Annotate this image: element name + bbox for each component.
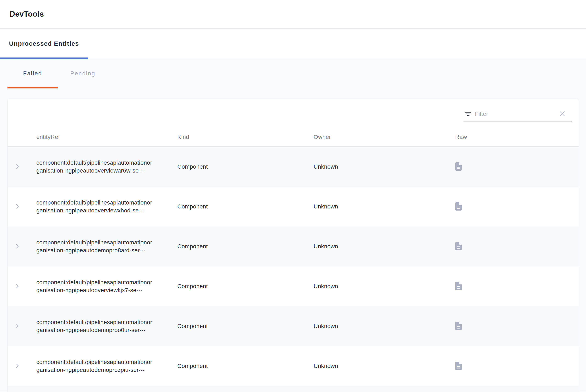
kind-cell: Component [177, 363, 314, 369]
failed-tab-label: Failed [23, 70, 42, 77]
filter-input[interactable] [475, 111, 559, 117]
entity-ref-text: component:default/pipelinesapiautomation… [36, 159, 155, 174]
spacer [0, 88, 586, 98]
kind-cell: Component [177, 164, 314, 170]
entity-ref-text: component:default/pipelinesapiautomation… [36, 318, 155, 334]
table-row: component:default/pipelinesapiautomation… [8, 266, 579, 306]
expand-row-button[interactable] [14, 203, 20, 210]
raw-document-button[interactable] [455, 242, 462, 251]
column-header-kind: Kind [177, 134, 314, 140]
owner-cell: Unknown [314, 283, 453, 290]
kind-cell: Component [177, 323, 314, 330]
chevron-right-icon [14, 203, 20, 210]
document-icon [455, 362, 462, 371]
tab-unprocessed-entities[interactable]: Unprocessed Entities [0, 29, 88, 58]
chevron-right-icon [14, 323, 20, 330]
expand-row-button[interactable] [14, 283, 20, 290]
table-row: component:default/pipelinesapiautomation… [8, 346, 579, 386]
main-tab-label: Unprocessed Entities [9, 40, 79, 47]
filter-field [464, 107, 572, 122]
main-tab-bar: Unprocessed Entities [0, 29, 586, 58]
clear-filter-button[interactable] [559, 110, 566, 118]
status-tab-bar: Failed Pending [0, 58, 586, 88]
expand-row-button[interactable] [14, 362, 20, 370]
owner-cell: Unknown [314, 164, 453, 170]
expand-row-button[interactable] [14, 323, 20, 330]
kind-cell: Component [177, 203, 314, 210]
column-header-entityref: entityRef [36, 134, 177, 140]
document-icon [455, 242, 462, 251]
table-row-partial [8, 386, 579, 392]
document-icon [455, 322, 462, 331]
tab-failed[interactable]: Failed [8, 58, 58, 88]
entity-ref-text: component:default/pipelinesapiautomation… [36, 238, 155, 254]
content-area: Failed Pending [0, 58, 586, 392]
table-row: component:default/pipelinesapiautomation… [8, 187, 579, 226]
kind-cell: Component [177, 243, 314, 250]
owner-cell: Unknown [314, 323, 453, 330]
table-header-row: entityRef Kind Owner Raw [8, 128, 579, 147]
expand-row-button[interactable] [14, 243, 20, 250]
pending-tab-label: Pending [70, 70, 95, 77]
chevron-right-icon [14, 362, 20, 370]
raw-document-button[interactable] [455, 202, 462, 211]
chevron-right-icon [14, 163, 20, 170]
chevron-right-icon [14, 283, 20, 290]
table-row: component:default/pipelinesapiautomation… [8, 147, 579, 187]
app-header: DevTools [0, 0, 586, 29]
tab-pending[interactable]: Pending [58, 58, 108, 88]
entity-ref-text: component:default/pipelinesapiautomation… [36, 199, 155, 214]
column-header-owner: Owner [314, 134, 453, 140]
kind-cell: Component [177, 283, 314, 290]
entity-ref-text: component:default/pipelinesapiautomation… [36, 358, 155, 374]
table-row: component:default/pipelinesapiautomation… [8, 226, 579, 266]
owner-cell: Unknown [314, 363, 453, 369]
owner-cell: Unknown [314, 243, 453, 250]
raw-document-button[interactable] [455, 162, 462, 172]
close-icon [559, 110, 566, 118]
document-icon [455, 162, 462, 172]
raw-document-button[interactable] [455, 322, 462, 331]
table-row: component:default/pipelinesapiautomation… [8, 306, 579, 346]
chevron-right-icon [14, 243, 20, 250]
document-icon [455, 282, 462, 291]
table-body: component:default/pipelinesapiautomation… [8, 147, 579, 392]
document-icon [455, 202, 462, 211]
raw-document-button[interactable] [455, 362, 462, 371]
page-title: DevTools [10, 10, 44, 18]
raw-document-button[interactable] [455, 282, 462, 291]
active-subtab-indicator [8, 88, 58, 88]
column-header-raw: Raw [453, 134, 579, 140]
entity-ref-text: component:default/pipelinesapiautomation… [36, 278, 155, 294]
table-toolbar [8, 98, 579, 128]
expand-row-button[interactable] [14, 163, 20, 170]
failed-entities-card: entityRef Kind Owner Raw component:defau… [8, 98, 579, 392]
filter-list-icon [464, 110, 472, 118]
owner-cell: Unknown [314, 203, 453, 210]
